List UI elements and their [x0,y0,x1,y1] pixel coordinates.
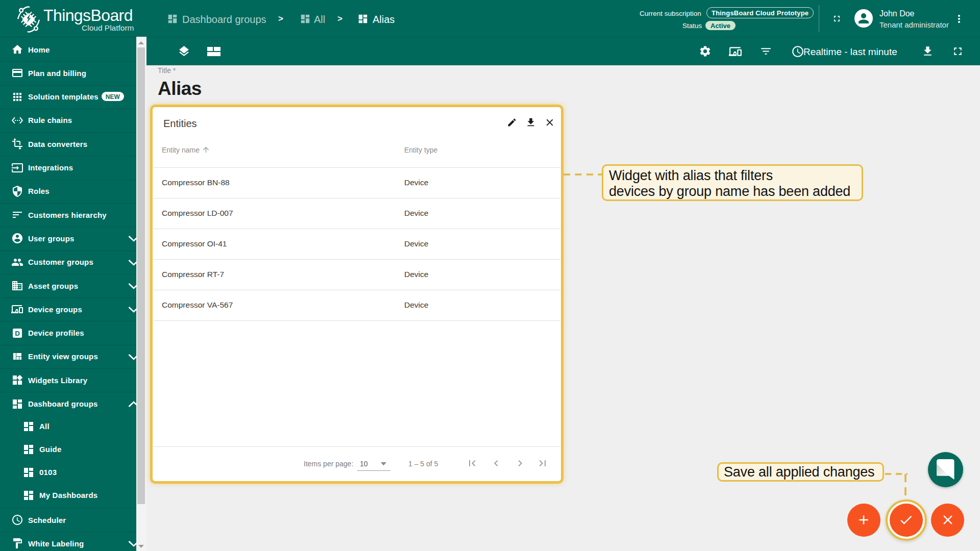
svg-text:D: D [15,330,20,337]
